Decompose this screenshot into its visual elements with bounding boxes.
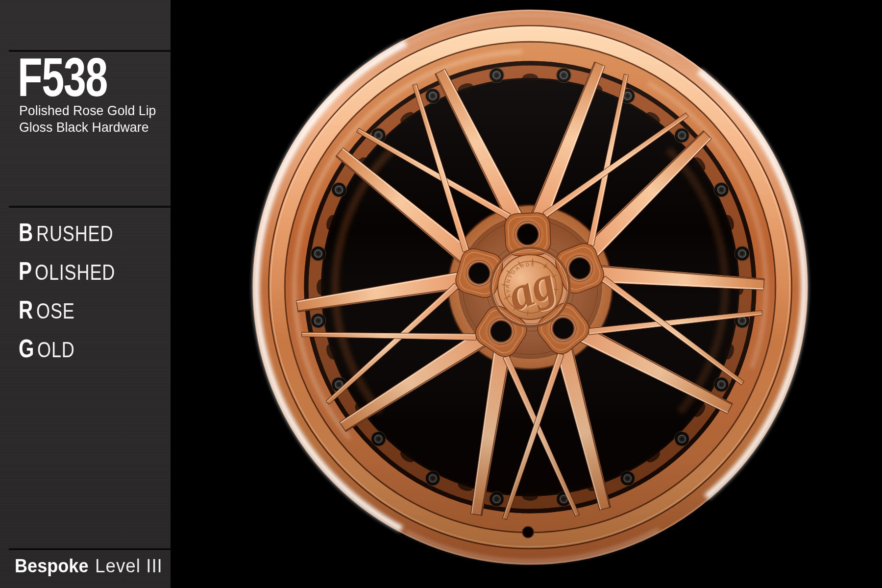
word-rest: OLD xyxy=(37,339,75,361)
word-rest: OLISHED xyxy=(35,262,115,283)
initial-letter: G xyxy=(19,336,34,361)
info-panel: F538 Polished Rose Gold Lip Gloss Black … xyxy=(0,0,171,588)
divider-bottom xyxy=(9,548,171,550)
word-rest: RUSHED xyxy=(36,223,113,245)
bespoke-level: Level III xyxy=(95,557,163,575)
finish-word-gold: GOLD xyxy=(19,336,133,361)
finish-description: Polished Rose Gold Lip Gloss Black Hardw… xyxy=(19,102,163,136)
model-code-text: F538 xyxy=(18,50,107,105)
divider-middle xyxy=(9,206,171,208)
finish-word-brushed: BRUSHED xyxy=(19,220,133,245)
finish-line-1: Polished Rose Gold Lip xyxy=(19,102,156,119)
finish-line-2: Gloss Black Hardware xyxy=(19,119,149,136)
finish-word-polished: POLISHED xyxy=(19,258,133,284)
initial-letter: R xyxy=(19,297,33,322)
bespoke-badge: BespokeLevel III xyxy=(15,557,165,575)
initial-letter: B xyxy=(19,220,33,245)
bespoke-label: Bespoke xyxy=(15,557,88,575)
finish-acronym: BRUSHED POLISHED ROSE GOLD xyxy=(19,220,133,374)
model-code: F538 xyxy=(18,50,139,105)
initial-letter: P xyxy=(19,258,32,284)
word-rest: OSE xyxy=(36,300,75,322)
finish-word-rose: ROSE xyxy=(19,297,133,322)
